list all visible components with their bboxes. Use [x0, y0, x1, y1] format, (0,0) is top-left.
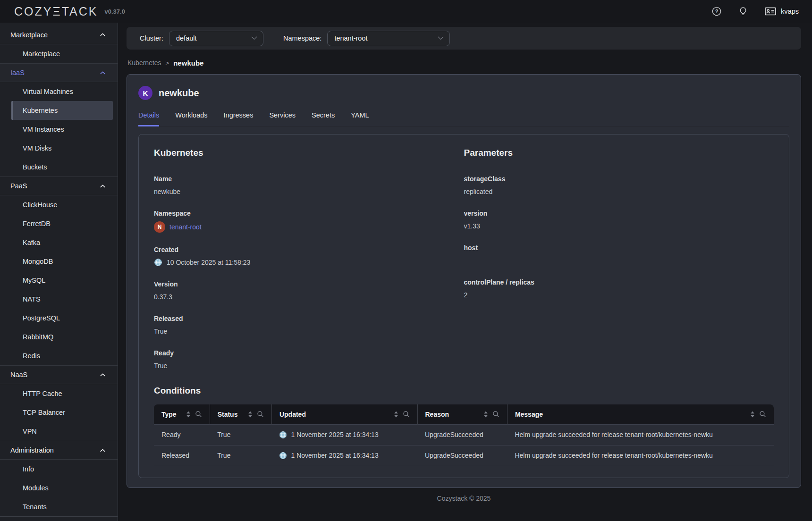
sidebar-item-clickhouse[interactable]: ClickHouse [0, 195, 118, 214]
field-ready: Ready True [154, 349, 464, 370]
parameters-section-heading: Parameters [464, 148, 774, 158]
search-icon[interactable] [492, 411, 499, 418]
sidebar-group-header-naas[interactable]: NaaS [0, 365, 118, 384]
cluster-select[interactable]: default [169, 31, 263, 46]
chevron-up-icon [100, 33, 105, 36]
chevron-down-icon [438, 36, 444, 40]
app-logo: COZYΞTACK [14, 5, 98, 18]
sidebar-group-header-administration[interactable]: Administration [0, 441, 118, 460]
sort-icon[interactable] [248, 411, 253, 418]
chevron-up-icon [100, 71, 105, 75]
cell-status: True [210, 445, 271, 466]
tab-details[interactable]: Details [138, 111, 159, 126]
page-title: newkube [159, 88, 199, 99]
tab-yaml[interactable]: YAML [351, 111, 369, 126]
sidebar-group-header-paas[interactable]: PaaS [0, 176, 118, 195]
sidebar-item-vm-disks[interactable]: VM Disks [0, 139, 118, 158]
chevron-down-icon [251, 36, 257, 40]
globe-icon [279, 452, 287, 460]
breadcrumb-kubernetes[interactable]: Kubernetes [127, 59, 161, 67]
main-content: Cluster: default Namespace: tenant-root … [118, 23, 812, 521]
sidebar-bottom-divider [0, 516, 118, 521]
column-header-type[interactable]: Type [154, 404, 210, 424]
sidebar-item-mongodb[interactable]: MongoDB [0, 252, 118, 271]
sidebar-item-postgresql[interactable]: PostgreSQL [0, 309, 118, 328]
sidebar-item-marketplace[interactable]: Marketplace [0, 44, 118, 63]
sidebar-item-vm-instances[interactable]: VM Instances [0, 120, 118, 139]
theme-toggle-button[interactable] [738, 6, 748, 17]
cell-reason: UpgradeSucceeded [417, 445, 507, 466]
sidebar-item-modules[interactable]: Modules [0, 479, 118, 497]
user-account-button[interactable]: kvaps [764, 6, 799, 17]
namespace-avatar: N [154, 221, 165, 233]
sidebar-item-redis[interactable]: Redis [0, 346, 118, 365]
column-header-updated[interactable]: Updated [271, 404, 417, 424]
breadcrumb: Kubernetes > newkube [127, 57, 801, 68]
condition-row-released: Released True [154, 445, 774, 466]
sidebar-group-marketplace: Marketplace Marketplace [0, 25, 118, 63]
sidebar-item-nats[interactable]: NATS [0, 290, 118, 309]
search-icon[interactable] [403, 411, 410, 418]
top-header: COZYΞTACK v0.37.0 ? [0, 0, 812, 23]
namespace-select[interactable]: tenant-root [327, 31, 450, 46]
kubernetes-avatar: K [138, 86, 152, 100]
lightbulb-icon [738, 6, 748, 17]
help-circle-icon: ? [711, 6, 722, 17]
condition-row-ready: Ready True [154, 424, 774, 445]
sidebar-item-tcp-balancer[interactable]: TCP Balancer [0, 403, 118, 422]
field-created: Created [154, 246, 464, 267]
field-storageclass: storageClass replicated [464, 175, 774, 196]
sidebar-item-vpn[interactable]: VPN [0, 422, 118, 441]
sidebar-item-kubernetes[interactable]: Kubernetes [11, 101, 113, 120]
chevron-up-icon [100, 373, 105, 377]
sidebar-item-http-cache[interactable]: HTTP Cache [0, 384, 118, 403]
details-panel: Kubernetes Name newkube Namespace N tena… [138, 134, 789, 478]
search-icon[interactable] [759, 411, 766, 418]
sort-icon[interactable] [186, 411, 191, 418]
globe-icon [279, 431, 287, 439]
sidebar-item-ferretdb[interactable]: FerretDB [0, 214, 118, 233]
sidebar-group-administration: Administration Info Modules Tenants [0, 441, 118, 516]
tab-services[interactable]: Services [269, 111, 296, 126]
field-version: Version 0.37.3 [154, 280, 464, 302]
column-header-message[interactable]: Message [507, 404, 774, 424]
sidebar-item-virtual-machines[interactable]: Virtual Machines [0, 82, 118, 101]
field-released: Released True [154, 315, 464, 336]
search-icon[interactable] [257, 411, 264, 418]
sidebar-group-header-iaas[interactable]: IaaS [0, 63, 118, 82]
column-header-status[interactable]: Status [210, 404, 271, 424]
tab-secrets[interactable]: Secrets [312, 111, 335, 126]
conditions-heading: Conditions [154, 386, 774, 396]
conditions-header-row: Type Status [154, 404, 774, 424]
sort-icon[interactable] [750, 411, 755, 418]
tab-ingresses[interactable]: Ingresses [224, 111, 254, 126]
resource-card: K newkube Details Workloads Ingresses Se… [127, 74, 801, 488]
sidebar-item-buckets[interactable]: Buckets [0, 158, 118, 176]
help-button[interactable]: ? [711, 6, 722, 17]
sidebar-group-naas: NaaS HTTP Cache TCP Balancer VPN [0, 365, 118, 441]
cell-message: Helm upgrade succeeded for release tenan… [507, 424, 774, 445]
field-name: Name newkube [154, 175, 464, 196]
sidebar-group-header-marketplace[interactable]: Marketplace [0, 25, 118, 44]
sidebar-item-info[interactable]: Info [0, 460, 118, 479]
tab-workloads[interactable]: Workloads [175, 111, 207, 126]
conditions-table: Type Status [154, 404, 774, 466]
cluster-select-value: default [176, 34, 251, 42]
field-namespace: Namespace N tenant-root [154, 210, 464, 233]
sort-icon[interactable] [394, 411, 398, 418]
tab-bar: Details Workloads Ingresses Services Sec… [138, 111, 789, 126]
namespace-label: Namespace: [283, 34, 321, 42]
namespace-link[interactable]: tenant-root [169, 223, 202, 231]
sidebar-item-tenants[interactable]: Tenants [0, 497, 118, 516]
cell-status: True [210, 424, 271, 445]
cell-type: Ready [154, 424, 210, 445]
sort-icon[interactable] [483, 411, 488, 418]
namespace-select-value: tenant-root [334, 34, 438, 42]
search-icon[interactable] [195, 411, 202, 418]
column-header-reason[interactable]: Reason [417, 404, 507, 424]
cell-message: Helm upgrade succeeded for release tenan… [507, 445, 774, 466]
sidebar-item-kafka[interactable]: Kafka [0, 233, 118, 252]
sidebar-item-mysql[interactable]: MySQL [0, 271, 118, 290]
sidebar-group-iaas: IaaS Virtual Machines Kubernetes VM Inst… [0, 63, 118, 176]
sidebar-item-rabbitmq[interactable]: RabbitMQ [0, 328, 118, 346]
